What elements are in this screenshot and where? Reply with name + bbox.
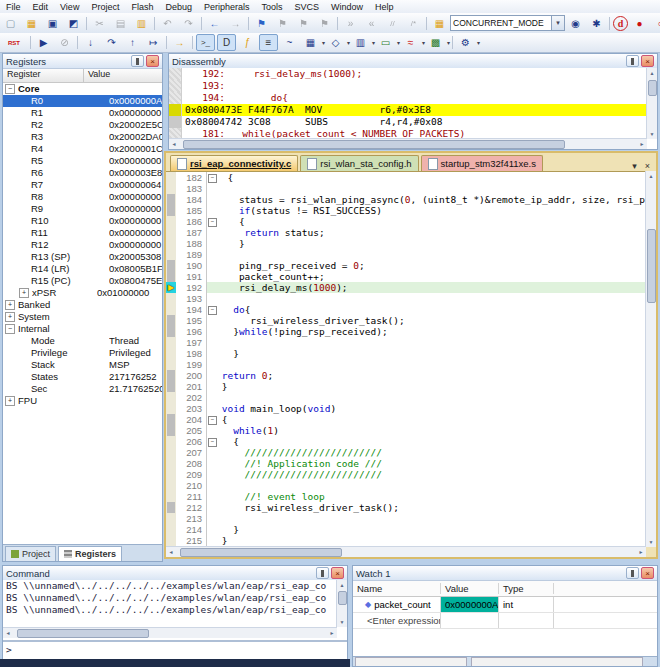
fold-margin[interactable]: − [206, 436, 216, 447]
show-next-statement-icon[interactable]: → [170, 34, 189, 51]
fold-margin[interactable] [206, 293, 216, 304]
editor-margin[interactable] [166, 425, 176, 436]
command-input[interactable]: > [3, 640, 347, 657]
save-icon[interactable]: ▣ [43, 15, 62, 32]
find-in-files-icon[interactable]: ◉ [566, 15, 585, 32]
disassembly-horizontal-scrollbar[interactable]: ◄ ► [169, 138, 647, 149]
fold-margin[interactable] [206, 392, 216, 403]
register-row[interactable]: R30x20002DA0 [3, 131, 162, 143]
code-current-line[interactable]: ▶192 rsi_delay_ms(1000); [166, 282, 646, 293]
command-log[interactable]: BS \\unnamed\../../../../../examples/wla… [3, 580, 337, 627]
disassembly-line[interactable]: 194: do{ [169, 92, 647, 104]
bookmark-icon[interactable]: ⚑ [252, 15, 271, 32]
memory-window-icon[interactable]: ▥ [351, 34, 370, 51]
watch-value-cell[interactable] [441, 613, 499, 628]
register-row[interactable]: +System [3, 311, 162, 323]
editor-vertical-scrollbar[interactable]: ▲ ▼ [645, 171, 656, 547]
close-icon[interactable]: × [641, 55, 654, 67]
menu-peripherals[interactable]: Peripherals [198, 2, 256, 12]
editor-margin[interactable] [166, 403, 176, 414]
code-line[interactable]: 206− { [166, 436, 646, 447]
code-line[interactable]: 194− do{ [166, 304, 646, 315]
code-line[interactable]: 186− { [166, 216, 646, 227]
command-window-icon[interactable]: >_ [196, 34, 215, 51]
disable-breakpoint-icon[interactable]: ○ [651, 15, 660, 32]
expand-icon[interactable]: + [5, 300, 15, 310]
command-horizontal-scrollbar[interactable]: ◄ ► [3, 627, 337, 638]
expand-icon[interactable]: + [5, 396, 15, 406]
fold-margin[interactable] [206, 359, 216, 370]
redo-icon[interactable]: ↷ [179, 15, 198, 32]
close-document-icon[interactable]: × [642, 161, 653, 171]
fold-margin[interactable] [206, 425, 216, 436]
step-into-icon[interactable]: ↓ [81, 34, 100, 51]
editor-margin[interactable] [166, 447, 176, 458]
fold-margin[interactable] [206, 249, 216, 260]
editor-margin[interactable] [166, 513, 176, 524]
code-line[interactable]: 195 rsi_wireless_driver_task(); [166, 315, 646, 326]
disassembly-gutter[interactable] [169, 92, 182, 104]
fold-margin[interactable] [206, 535, 216, 546]
stop-icon[interactable]: ⊘ [55, 34, 74, 51]
editor-margin[interactable]: ▶ [166, 282, 176, 293]
register-row[interactable]: States217176252 [3, 371, 162, 383]
editor-margin[interactable] [166, 238, 176, 249]
editor-margin[interactable] [166, 370, 176, 381]
system-viewer-dropdown-icon[interactable]: ▾ [322, 39, 325, 46]
fold-collapse-icon[interactable]: − [208, 438, 217, 447]
fold-margin[interactable] [206, 183, 216, 194]
bookmark-prev-icon[interactable]: ⚑ [294, 15, 313, 32]
fold-margin[interactable] [206, 348, 216, 359]
code-line[interactable]: 215 } [166, 535, 646, 546]
analysis-window-icon[interactable]: ~ [280, 34, 299, 51]
fold-margin[interactable]: − [206, 172, 216, 183]
code-line[interactable]: 214 } [166, 524, 646, 535]
code-line[interactable]: 191 packet_count++; [166, 271, 646, 282]
code-line[interactable]: 212 rsi_wireless_driver_task(); [166, 502, 646, 513]
start-stop-debug-icon[interactable]: d [613, 16, 628, 31]
undo-icon[interactable]: ↶ [158, 15, 177, 32]
fold-margin[interactable] [206, 260, 216, 271]
register-row[interactable]: PrivilegePrivileged [3, 347, 162, 359]
open-folder-icon[interactable]: ▦ [22, 15, 41, 32]
register-row[interactable]: R50x00000000 [3, 155, 162, 167]
step-over-icon[interactable]: ↷ [102, 34, 121, 51]
menu-edit[interactable]: Edit [27, 2, 55, 12]
register-row[interactable]: R15 (PC)0x0800475E [3, 275, 162, 287]
code-editor[interactable]: 182− {183184 status = rsi_wlan_ping_asyn… [166, 171, 646, 547]
editor-margin[interactable] [166, 491, 176, 502]
indent-icon[interactable]: » [341, 15, 360, 32]
fold-margin[interactable]: − [206, 216, 216, 227]
tab-project[interactable]: Project [5, 546, 56, 561]
code-line[interactable]: 203 void main_loop(void) [166, 403, 646, 414]
fold-margin[interactable] [206, 403, 216, 414]
peripherals-icon[interactable]: ▩ [426, 34, 445, 51]
register-row[interactable]: R70x00000064 [3, 179, 162, 191]
serial2-window-dropdown-icon[interactable]: ▾ [397, 39, 400, 46]
code-line[interactable]: 189 [166, 249, 646, 260]
code-line[interactable]: 190 ping_rsp_received = 0; [166, 260, 646, 271]
bookmark-clear-icon[interactable]: ⚑ [315, 15, 334, 32]
editor-horizontal-scrollbar[interactable]: ◄ ► [166, 546, 646, 557]
disassembly-current-line[interactable]: 0x0800473E F44F767A MOV r6,#0x3E8 [169, 104, 647, 116]
menu-window[interactable]: Window [325, 2, 369, 12]
toolbox-dropdown-icon[interactable]: ▾ [477, 39, 480, 46]
code-line[interactable]: 184 status = rsi_wlan_ping_async(0, (uin… [166, 194, 646, 205]
register-row[interactable]: +xPSR0x01000000 [3, 287, 162, 299]
editor-margin[interactable] [166, 315, 176, 326]
fold-margin[interactable] [206, 282, 216, 293]
code-line[interactable]: 187 return status; [166, 227, 646, 238]
register-row[interactable]: −Internal [3, 323, 162, 335]
fold-margin[interactable] [206, 315, 216, 326]
register-row[interactable]: StackMSP [3, 359, 162, 371]
bookmark-next-icon[interactable]: ⚑ [273, 15, 292, 32]
register-row[interactable]: R110x00000000 [3, 227, 162, 239]
pin-icon[interactable] [131, 55, 144, 67]
register-row[interactable]: R40x2000001C [3, 143, 162, 155]
disassembly-window-icon[interactable]: D [217, 34, 236, 51]
disassembly-line[interactable]: 0x08004742 3C08 SUBS r4,r4,#0x08 [169, 116, 647, 128]
tab-startup-stm32f411xe[interactable]: startup_stm32f411xe.s [421, 155, 543, 171]
register-row[interactable]: R90x00000000 [3, 203, 162, 215]
fold-margin[interactable] [206, 447, 216, 458]
fold-margin[interactable] [206, 502, 216, 513]
